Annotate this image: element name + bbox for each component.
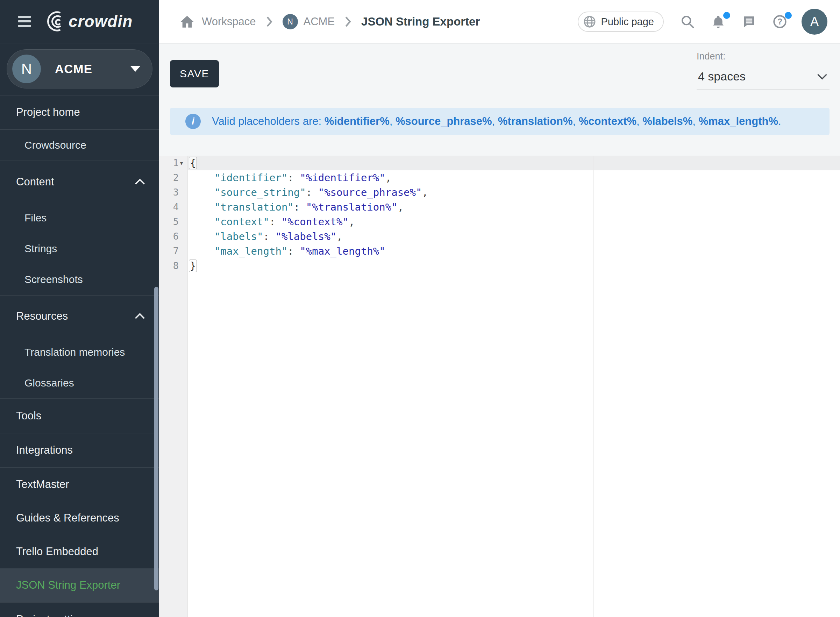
logo-text: crowdin [69, 12, 133, 31]
placeholders-info-banner: i Valid placeholders are: %identifier%, … [170, 108, 830, 135]
sidebar-item-project-home[interactable]: Project home [0, 96, 159, 129]
public-page-label: Public page [601, 16, 654, 28]
info-icon: i [185, 114, 201, 129]
sidebar-header: crowdin [0, 0, 159, 43]
breadcrumb-project[interactable]: ACME [304, 15, 335, 28]
crowdin-logo[interactable]: crowdin [44, 10, 133, 32]
sidebar-scrollbar[interactable] [154, 287, 158, 590]
messages-button[interactable] [742, 15, 756, 29]
caret-down-icon [130, 66, 140, 72]
breadcrumb-project-badge[interactable]: N [283, 14, 298, 30]
line-number: 4 [159, 200, 179, 214]
placeholder-token: %translation% [498, 115, 573, 127]
sidebar-item-content[interactable]: Content [0, 161, 159, 202]
code-line: "identifier": "%identifier%", [190, 170, 840, 185]
chat-icon [742, 15, 756, 29]
editor-code-area[interactable]: { "identifier": "%identifier%", "source_… [190, 156, 840, 617]
sidebar-item-label: Content [16, 176, 135, 188]
sidebar-item-screenshots[interactable]: Screenshots [0, 264, 159, 295]
sidebar-item-label: Tools [16, 410, 145, 422]
sidebar-item-label: Project home [16, 106, 145, 118]
code-line: "max_length": "%max_length%" [190, 244, 840, 258]
sidebar-item-label: Files [25, 212, 145, 224]
placeholder-token: %identifier% [324, 115, 390, 127]
sidebar-item-translation-memories[interactable]: Translation memories [0, 337, 159, 368]
breadcrumb-workspace[interactable]: Workspace [202, 15, 256, 28]
public-page-button[interactable]: Public page [578, 12, 664, 32]
sidebar-item-label: Translation memories [25, 346, 145, 358]
user-avatar[interactable]: A [802, 9, 827, 35]
sidebar-item-guides-references[interactable]: Guides & References [0, 501, 159, 535]
sidebar-item-textmaster[interactable]: TextMaster [0, 468, 159, 501]
project-avatar: N [12, 55, 41, 83]
line-numbers: 1▾2345678 [159, 156, 179, 273]
search-icon [681, 15, 694, 29]
sidebar-item-json-string-exporter[interactable]: JSON String Exporter [0, 568, 159, 602]
sidebar-item-label: TextMaster [16, 478, 145, 491]
globe-icon [583, 15, 596, 28]
code-line: "context": "%context%", [190, 214, 840, 229]
sidebar-item-label: Trello Embedded [16, 545, 145, 558]
main-content: SAVE Indent: 4 spaces i Valid placeholde… [159, 43, 840, 617]
placeholder-token: %context% [579, 115, 637, 127]
sidebar-item-label: Integrations [16, 444, 145, 456]
save-button[interactable]: SAVE [170, 60, 219, 87]
sidebar-item-label: Crowdsource [25, 139, 145, 151]
page-title: JSON String Exporter [361, 15, 480, 28]
sidebar-item-strings[interactable]: Strings [0, 233, 159, 264]
placeholder-token: %max_length% [699, 115, 778, 127]
line-number: 5 [159, 214, 179, 229]
code-line: "translation": "%translation%", [190, 200, 840, 214]
chevron-right-icon [335, 16, 361, 27]
navbar-actions: Public page ? [578, 9, 827, 35]
indent-select[interactable]: 4 spaces [697, 64, 830, 90]
fold-marker-icon[interactable]: ▾ [180, 156, 184, 170]
line-number: 3 [159, 185, 179, 200]
sidebar-item-resources[interactable]: Resources [0, 295, 159, 337]
top-navbar: Workspace N ACME JSON String Exporter Pu… [159, 0, 840, 43]
sidebar-item-label: Glossaries [25, 377, 145, 389]
editor-gutter: 1▾2345678 [159, 156, 188, 617]
project-name: ACME [55, 62, 130, 76]
chevron-right-icon [256, 16, 283, 27]
svg-text:?: ? [777, 17, 782, 26]
line-number: 6 [159, 229, 179, 244]
sidebar-item-tools[interactable]: Tools [0, 399, 159, 432]
sidebar-item-label: Resources [16, 310, 135, 322]
hamburger-menu-icon[interactable] [18, 16, 31, 27]
code-line: { [190, 156, 840, 170]
sidebar-item-project-settings[interactable]: Project settings [0, 603, 159, 617]
crowdin-json-string-exporter-page: { "sidebar": { "logo_text": "crowdin", "… [0, 0, 840, 617]
breadcrumb: Workspace N ACME JSON String Exporter [180, 14, 578, 30]
sidebar-item-crowdsource[interactable]: Crowdsource [0, 130, 159, 161]
line-number: 1 [159, 156, 179, 170]
home-icon[interactable] [180, 15, 194, 28]
line-number: 2 [159, 170, 179, 185]
indent-value: 4 spaces [698, 69, 746, 83]
project-selector[interactable]: N ACME [7, 49, 152, 89]
line-number: 7 [159, 244, 179, 258]
indent-label: Indent: [697, 51, 830, 62]
sidebar-item-label: Screenshots [25, 273, 145, 285]
sidebar-item-glossaries[interactable]: Glossaries [0, 368, 159, 399]
code-editor: 1▾2345678 { "identifier": "%identifier%"… [159, 156, 840, 617]
code-line: "source_string": "%source_phrase%", [190, 185, 840, 200]
sidebar-item-integrations[interactable]: Integrations [0, 433, 159, 467]
chevron-up-icon [135, 313, 145, 319]
chevron-up-icon [135, 179, 145, 185]
notifications-button[interactable] [711, 15, 725, 29]
help-button[interactable]: ? [773, 15, 787, 29]
placeholder-token: %source_phrase% [395, 115, 492, 127]
sidebar-item-label: Strings [25, 243, 145, 255]
sidebar-item-label: JSON String Exporter [16, 579, 145, 592]
search-button[interactable] [681, 15, 694, 29]
chevron-down-icon [817, 74, 827, 80]
placeholder-token: %labels% [643, 115, 693, 127]
notification-badge [723, 12, 730, 19]
help-badge [785, 12, 792, 19]
sidebar-item-label: Guides & References [16, 512, 145, 524]
indent-control: Indent: 4 spaces [697, 51, 830, 90]
sidebar-item-files[interactable]: Files [0, 202, 159, 233]
banner-text: Valid placeholders are: %identifier%, %s… [212, 115, 781, 128]
sidebar-item-trello-embedded[interactable]: Trello Embedded [0, 535, 159, 568]
